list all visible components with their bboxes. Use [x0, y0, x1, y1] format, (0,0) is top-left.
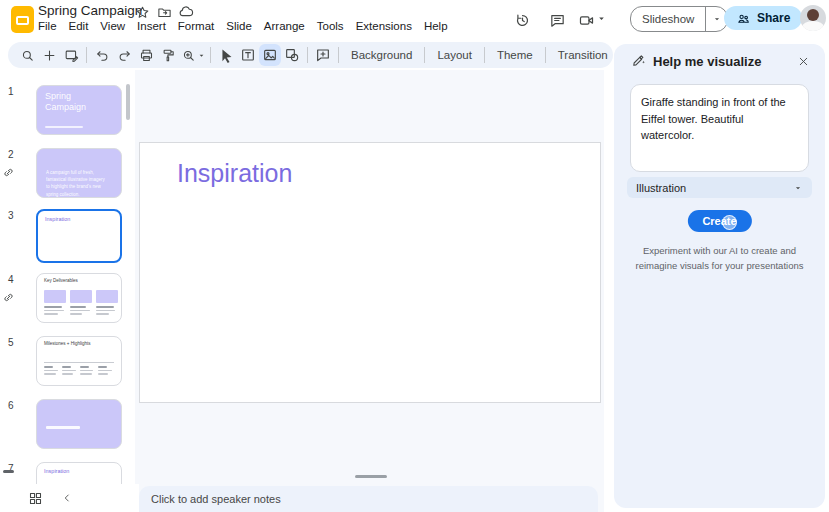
toolbar-separator — [424, 47, 425, 63]
slide-number: 4 — [8, 274, 24, 285]
thumb-title: Inspiration — [44, 468, 69, 474]
zoom-icon[interactable] — [179, 44, 197, 66]
menu-item-tools[interactable]: Tools — [311, 20, 350, 32]
menu-item-arrange[interactable]: Arrange — [258, 20, 311, 32]
slide-thumbnail-6[interactable] — [36, 399, 122, 449]
insert-shape-icon[interactable] — [281, 44, 303, 66]
slide-thumbnail-3[interactable]: Inspiration — [36, 209, 122, 263]
search-menus-icon[interactable] — [16, 44, 38, 66]
undo-icon[interactable] — [91, 44, 113, 66]
comment-history-icon[interactable] — [546, 9, 568, 31]
menu-item-slide[interactable]: Slide — [220, 20, 258, 32]
transition-button[interactable]: Transition — [550, 49, 616, 61]
slide-thumbnail-4[interactable]: Key Deliverables — [36, 273, 122, 323]
menu-item-format[interactable]: Format — [172, 20, 220, 32]
redo-icon[interactable] — [113, 44, 135, 66]
thumb-timeline-line — [44, 362, 114, 363]
toolbar-separator — [484, 47, 485, 63]
slideshow-split-button: Slideshow — [630, 6, 728, 32]
magic-pencil-icon — [631, 53, 646, 68]
header-bar: Spring Campaign File Edit View Insert Fo… — [0, 0, 829, 40]
link-icon — [2, 291, 15, 304]
avatar-body — [802, 21, 824, 31]
people-icon — [736, 11, 751, 26]
thumb-body: A campaign full of fresh, fantastical il… — [46, 169, 108, 198]
link-icon — [2, 166, 15, 179]
doc-title[interactable]: Spring Campaign — [38, 3, 142, 18]
paint-format-icon[interactable] — [157, 44, 179, 66]
thumb-image-box — [96, 290, 118, 303]
menu-item-insert[interactable]: Insert — [131, 20, 172, 32]
print-icon[interactable] — [135, 44, 157, 66]
slideshow-button[interactable]: Slideshow — [631, 13, 705, 25]
share-button[interactable]: Share — [724, 6, 802, 30]
thumb-title: Milestones + Highlights — [44, 341, 90, 346]
slide-number: 2 — [8, 149, 24, 160]
google-slides-app: Spring Campaign File Edit View Insert Fo… — [0, 0, 829, 512]
share-label: Share — [757, 11, 790, 25]
prompt-textarea[interactable]: Giraffe standing in front of the Eiffel … — [630, 84, 809, 172]
toolbar: Background Layout Theme Transition — [8, 42, 613, 68]
toolbar-separator — [545, 47, 546, 63]
insert-comment-icon[interactable] — [312, 44, 334, 66]
create-button[interactable]: Create — [687, 210, 751, 232]
slide-edit-icon[interactable] — [60, 44, 82, 66]
slide-number: 1 — [8, 86, 24, 97]
menu-item-edit[interactable]: Edit — [63, 20, 95, 32]
chevron-down-icon — [793, 183, 803, 193]
filmstrip-bottom-bar — [0, 484, 139, 512]
layout-button[interactable]: Layout — [429, 49, 480, 61]
select-tool-icon[interactable] — [215, 44, 237, 66]
slide-canvas[interactable]: Inspiration — [139, 142, 601, 403]
slide-thumbnail-5[interactable]: Milestones + Highlights — [36, 336, 122, 386]
slide-title-text[interactable]: Inspiration — [177, 159, 292, 188]
thumb-title: Inspiration — [45, 216, 70, 222]
thumb-text-bar — [46, 426, 80, 429]
thumb-image-box — [70, 290, 92, 303]
menu-bar: File Edit View Insert Format Slide Arran… — [32, 18, 454, 34]
collapse-filmstrip-icon[interactable] — [56, 487, 78, 509]
thumb-image-box — [44, 290, 66, 303]
menu-item-help[interactable]: Help — [418, 20, 454, 32]
menu-item-extensions[interactable]: Extensions — [350, 20, 418, 32]
slides-logo[interactable] — [11, 6, 34, 33]
theme-button[interactable]: Theme — [489, 49, 541, 61]
close-icon[interactable] — [792, 50, 814, 72]
toolbar-separator — [86, 47, 87, 63]
filmstrip-scroll-indicator — [3, 470, 14, 473]
style-dropdown[interactable]: Illustration — [627, 177, 812, 198]
filmstrip: 1 Spring Campaign 2 A campaign full of f… — [0, 70, 135, 512]
slide-number: 3 — [8, 210, 24, 221]
meet-camera-icon[interactable] — [575, 9, 597, 31]
menu-item-file[interactable]: File — [32, 20, 63, 32]
panel-hint: Experiment with our AI to create and rei… — [632, 244, 807, 273]
slides-logo-inner — [16, 16, 29, 25]
avatar-head — [807, 9, 819, 21]
canvas-hscrollbar[interactable] — [355, 475, 387, 478]
grid-view-icon[interactable] — [24, 487, 46, 509]
thumb-text-bar — [45, 126, 83, 128]
toolbar-separator — [307, 47, 308, 63]
style-dropdown-value: Illustration — [636, 182, 686, 194]
menu-item-view[interactable]: View — [94, 20, 131, 32]
thumb-caption-row — [44, 306, 118, 317]
slide-thumbnail-2[interactable]: A campaign full of fresh, fantastical il… — [36, 148, 122, 198]
speaker-notes-placeholder: Click to add speaker notes — [151, 493, 281, 505]
text-box-icon[interactable] — [237, 44, 259, 66]
insert-image-icon[interactable] — [259, 44, 281, 66]
new-slide-icon[interactable] — [38, 44, 60, 66]
toolbar-separator — [338, 47, 339, 63]
panel-title: Help me visualize — [653, 54, 761, 69]
background-button[interactable]: Background — [343, 49, 420, 61]
zoom-dropdown-icon[interactable] — [197, 51, 206, 60]
thumb-image-row — [44, 290, 118, 303]
slide-thumbnail-1[interactable]: Spring Campaign — [36, 85, 122, 135]
slide-number: 5 — [8, 337, 24, 348]
slide-number: 6 — [8, 400, 24, 411]
meet-dropdown-icon[interactable] — [596, 13, 607, 24]
avatar[interactable] — [800, 5, 826, 31]
speaker-notes-bar[interactable]: Click to add speaker notes — [139, 486, 598, 512]
thumb-title: Key Deliverables — [44, 278, 78, 283]
version-history-icon[interactable] — [511, 9, 533, 31]
filmstrip-scrollbar[interactable] — [126, 84, 130, 120]
